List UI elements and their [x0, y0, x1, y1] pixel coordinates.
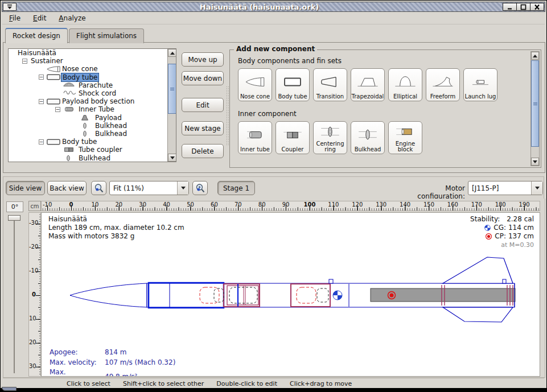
collapse-expander-icon[interactable]: − — [39, 99, 44, 104]
add-component-group: Add new component Body components and fi… — [229, 49, 541, 168]
v-ruler-label: 10 — [29, 315, 36, 321]
add-centering-ring-button[interactable]: Centering ring — [313, 121, 347, 154]
add-transition-button[interactable]: Transition — [313, 68, 347, 101]
side-view-button[interactable]: Side view — [6, 181, 45, 195]
stat-label: Max. acceleration: — [50, 368, 104, 377]
tree-item-rocket[interactable]: Haisunäätä — [9, 49, 176, 57]
maximize-button[interactable] — [516, 3, 530, 11]
tree-item-bulkhead[interactable]: Bulkhead — [9, 130, 176, 138]
collapse-expander-icon[interactable]: − — [39, 139, 44, 145]
h-ruler-label: 150 — [423, 201, 434, 208]
flight-stats: Apogee:814 m Max. velocity:107 m/s (Mach… — [48, 347, 176, 377]
collapse-expander-icon[interactable]: − — [22, 59, 27, 64]
add-coupler-button[interactable]: Coupler — [275, 121, 310, 154]
tree-item-body-tube[interactable]: − Body tube — [9, 73, 176, 81]
scroll-down-icon[interactable] — [531, 158, 539, 166]
move-down-button[interactable]: Move down — [182, 71, 224, 85]
resize-corner[interactable] — [2, 387, 17, 391]
tree-item-bulkhead[interactable]: Bulkhead — [9, 122, 176, 130]
delete-button[interactable]: Delete — [182, 144, 224, 158]
tree-item-stage[interactable]: − Sustainer — [9, 57, 176, 65]
v-ruler-label: -10 — [29, 267, 36, 274]
tree-item-body-tube-2[interactable]: − Body tube — [9, 138, 176, 146]
nose-cone-icon — [46, 65, 61, 73]
stat-row: Max. acceleration:49.8 m/s² — [50, 368, 175, 377]
add-engine-block-button[interactable]: Engine block — [388, 121, 422, 154]
component-panel-scrollbar[interactable] — [530, 51, 540, 166]
zoom-in-button[interactable] — [192, 181, 208, 195]
chevron-down-icon[interactable] — [177, 181, 188, 195]
add-body-tube-button[interactable]: Body tube — [275, 68, 310, 101]
tree-scrollbar-thumb[interactable] — [168, 64, 176, 114]
add-nose-cone-button[interactable]: Nose cone — [238, 68, 272, 101]
tree-item-shock-cord[interactable]: Shock cord — [9, 89, 176, 97]
menu-analyze[interactable]: Analyze — [59, 14, 85, 22]
v-ruler-label: -20 — [29, 244, 36, 250]
cg-value: 114 cm — [508, 224, 534, 232]
close-button[interactable] — [530, 3, 544, 11]
rocket-mass: Mass with motors 3832 g — [48, 232, 184, 241]
tree-item-tube-coupler[interactable]: Tube coupler — [9, 146, 176, 154]
collapse-expander-icon[interactable]: − — [55, 107, 60, 112]
inner-tube-icon — [242, 123, 268, 147]
stat-label: Apogee: — [50, 348, 104, 357]
menu-edit[interactable]: Edit — [33, 14, 46, 22]
h-ruler-label: 160 — [447, 201, 458, 208]
rocket-canvas[interactable]: Haisunäätä Length 189 cm, max. diameter … — [41, 212, 540, 377]
tab-rocket-design[interactable]: Rocket design — [5, 28, 68, 43]
add-inner-tube-button[interactable]: Inner tube — [238, 121, 272, 154]
rotation-slider-handle[interactable] — [8, 215, 20, 221]
tree-item-payload[interactable]: Payload — [9, 114, 176, 122]
hint-click-select: Click to select — [67, 380, 110, 387]
bulkhead-icon — [63, 155, 77, 162]
stability-info: Stability: 2.28 cal CG:114 cm CP:137 cm … — [470, 215, 534, 249]
chevron-down-icon[interactable] — [531, 181, 542, 195]
tree-item-payload-body-section[interactable]: − Payload body section — [9, 97, 176, 105]
scroll-down-icon[interactable] — [168, 154, 176, 162]
tree-item-bulkhead-3[interactable]: Bulkhead — [9, 154, 176, 162]
inner-component-label: Inner component — [238, 110, 297, 118]
elliptical-fin-icon — [392, 70, 418, 94]
zoom-level-select[interactable]: Fit (11%) — [109, 181, 189, 195]
zoom-out-button[interactable] — [91, 181, 106, 195]
back-view-button[interactable]: Back view — [47, 181, 87, 195]
tree-scrollbar[interactable] — [167, 49, 176, 162]
title-bar[interactable]: Haisunäätä (haisunaata.ork) — [2, 2, 545, 12]
launch-lug-icon — [467, 70, 493, 94]
add-freeform-fin-button[interactable]: Freeform — [426, 68, 460, 101]
rotation-slider-track[interactable] — [14, 221, 15, 373]
coupler-icon — [279, 123, 306, 147]
add-bulkhead-button[interactable]: Bulkhead — [351, 121, 385, 154]
h-ruler-label: 60 — [211, 201, 218, 208]
tree-item-nose-cone[interactable]: Nose cone — [9, 65, 176, 73]
tree-item-parachute[interactable]: Parachute — [9, 81, 176, 89]
collapse-expander-icon[interactable]: − — [39, 75, 44, 80]
component-scrollbar-thumb[interactable] — [531, 60, 539, 147]
component-tree[interactable]: Haisunäätä − Sustainer Nose cone − Body … — [8, 48, 176, 162]
engine-block-icon — [392, 123, 418, 141]
window-menu-button[interactable] — [3, 3, 17, 11]
tree-item-inner-tube[interactable]: − Inner Tube — [9, 105, 176, 113]
new-stage-button[interactable]: New stage — [182, 121, 224, 135]
group-title: Add new component — [234, 45, 317, 53]
edit-button[interactable]: Edit — [182, 98, 224, 112]
add-elliptical-fin-button[interactable]: Elliptical — [388, 68, 422, 101]
h-ruler-label: 20 — [115, 201, 122, 208]
magnifier-minus-icon — [94, 183, 104, 193]
window-bottom-edge — [1, 388, 546, 391]
selected-tree-item: Body tube — [61, 73, 99, 82]
menu-file[interactable]: File — [9, 14, 20, 22]
bulkhead-icon — [355, 123, 381, 147]
tab-flight-simulations[interactable]: Flight simulations — [69, 28, 144, 43]
transition-icon — [317, 70, 343, 94]
move-up-button[interactable]: Move up — [182, 52, 224, 67]
stat-value: 49.8 m/s² — [105, 368, 175, 377]
add-trapezoidal-fin-button[interactable]: Trapezoidal — [351, 68, 385, 101]
add-launch-lug-button[interactable]: Launch lug — [463, 68, 497, 101]
motor-configuration-select[interactable]: [J115-P] — [468, 181, 543, 195]
scroll-up-icon[interactable] — [168, 49, 176, 57]
scroll-up-icon[interactable] — [531, 52, 539, 60]
stage1-toggle-button[interactable]: Stage 1 — [217, 181, 255, 195]
body-tube-icon — [46, 98, 61, 105]
minimize-button[interactable] — [503, 3, 517, 11]
